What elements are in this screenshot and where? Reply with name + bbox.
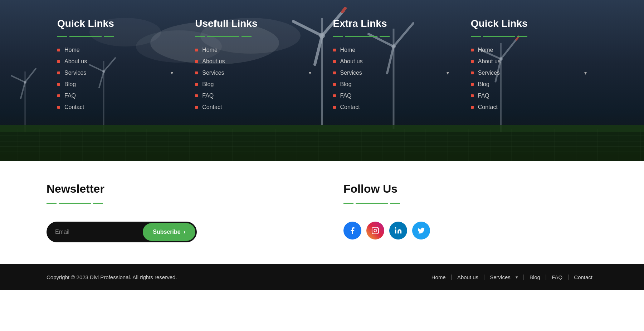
bullet-icon [195,106,198,109]
copyright-text: Copyright © 2023 Divi Professional. All … [47,274,177,280]
follow-divider [343,203,597,204]
hero-section: Quick Links Home About us Services▾ Blog… [0,0,644,161]
quick-links-1-column: Quick Links Home About us Services▾ Blog… [47,18,184,115]
nav-link-services-4[interactable]: Services [478,70,584,76]
quick-links-2-title: Quick Links [471,18,587,29]
email-input[interactable] [47,222,141,242]
bullet-icon [195,83,198,86]
bullet-icon [333,106,336,109]
nav-link-blog-1[interactable]: Blog [64,81,173,88]
footer-nav-services[interactable]: Services ▾ [485,274,523,280]
bullet-icon [195,94,198,97]
usefull-links-column: Usefull Links Home About us Services▾ Bl… [184,18,322,115]
bullet-icon [57,60,60,63]
dropdown-arrow-icon: ▾ [447,70,449,76]
bullet-icon [195,49,198,51]
usefull-links-list: Home About us Services▾ Blog FAQ Contact [195,47,311,110]
quick-links-1-title: Quick Links [57,18,173,29]
nav-link-home-3[interactable]: Home [340,47,449,53]
nav-link-faq-4[interactable]: FAQ [478,93,587,99]
quick-links-1-list: Home About us Services▾ Blog FAQ Contact [57,47,173,110]
nav-link-contact-1[interactable]: Contact [64,104,173,110]
bullet-icon [57,106,60,109]
bullet-icon [333,49,336,51]
nav-link-contact-2[interactable]: Contact [202,104,311,110]
list-item: Contact [333,104,449,110]
svg-rect-67 [372,227,379,234]
footer-nav-faq[interactable]: FAQ [547,274,567,280]
list-item: FAQ [471,93,587,99]
nav-link-home-4[interactable]: Home [478,47,587,53]
follow-title: Follow Us [343,182,597,196]
nav-link-faq-1[interactable]: FAQ [64,93,173,99]
usefull-links-divider [195,36,311,37]
list-item: About us [333,58,449,65]
list-item: FAQ [333,93,449,99]
dropdown-arrow-icon: ▾ [584,70,587,76]
list-item: FAQ [57,93,173,99]
nav-link-aboutus-1[interactable]: About us [64,58,173,65]
footer-nav-contact[interactable]: Contact [569,274,597,280]
nav-link-blog-3[interactable]: Blog [340,81,449,88]
bullet-icon [333,71,336,74]
dropdown-arrow-icon: ▾ [309,70,311,76]
bullet-icon [333,94,336,97]
list-item: Services▾ [471,70,587,76]
nav-link-services-2[interactable]: Services [202,70,308,76]
nav-link-home-2[interactable]: Home [202,47,311,53]
footer-nav-blog[interactable]: Blog [525,274,545,280]
list-item: Home [57,47,173,53]
newsletter-form: Subscribe › [47,222,197,242]
list-item: Services▾ [333,70,449,76]
newsletter-column: Newsletter Subscribe › [47,182,322,242]
nav-link-faq-2[interactable]: FAQ [202,93,311,99]
bullet-icon [471,106,474,109]
nav-link-blog-4[interactable]: Blog [478,81,587,88]
footer-nav-home[interactable]: Home [426,274,451,280]
instagram-icon[interactable] [366,222,384,239]
subscribe-button[interactable]: Subscribe › [143,223,195,241]
subscribe-label: Subscribe [153,229,180,235]
list-item: About us [471,58,587,65]
bullet-icon [471,49,474,51]
list-item: Services▾ [195,70,311,76]
list-item: Blog [57,81,173,88]
twitter-icon[interactable] [412,222,430,239]
bullet-icon [333,83,336,86]
nav-link-services-1[interactable]: Services [64,70,171,76]
links-container: Quick Links Home About us Services▾ Blog… [0,18,644,115]
svg-point-69 [395,227,396,229]
footer-nav: Home | About us | Services ▾ | Blog | FA… [426,274,597,280]
bullet-icon [471,83,474,86]
quick-links-1-divider [57,36,173,37]
nav-link-aboutus-4[interactable]: About us [478,58,587,65]
extra-links-title: Extra Links [333,18,449,29]
nav-link-contact-4[interactable]: Contact [478,104,587,110]
nav-link-aboutus-2[interactable]: About us [202,58,311,65]
bullet-icon [57,49,60,51]
nav-link-home-1[interactable]: Home [64,47,173,53]
linkedin-icon[interactable] [389,222,407,239]
dropdown-arrow-icon: ▾ [171,70,173,76]
nav-link-aboutus-3[interactable]: About us [340,58,449,65]
list-item: Contact [57,104,173,110]
nav-link-contact-3[interactable]: Contact [340,104,449,110]
extra-links-column: Extra Links Home About us Services▾ Blog… [322,18,460,115]
nav-link-blog-2[interactable]: Blog [202,81,311,88]
services-dropdown-arrow: ▾ [516,275,518,280]
nav-link-faq-3[interactable]: FAQ [340,93,449,99]
nav-link-services-3[interactable]: Services [340,70,447,76]
facebook-icon[interactable] [343,222,361,239]
svg-line-9 [342,8,345,12]
newsletter-title: Newsletter [47,182,301,196]
footer-nav-aboutus[interactable]: About us [452,274,483,280]
quick-links-2-column: Quick Links Home About us Services▾ Blog… [460,18,597,115]
list-item: Blog [333,81,449,88]
bullet-icon [195,71,198,74]
bottom-section: Newsletter Subscribe › Follow Us [0,161,644,264]
list-item: Blog [471,81,587,88]
list-item: Home [471,47,587,53]
social-icons-container [343,222,597,239]
bullet-icon [333,60,336,63]
list-item: Home [333,47,449,53]
